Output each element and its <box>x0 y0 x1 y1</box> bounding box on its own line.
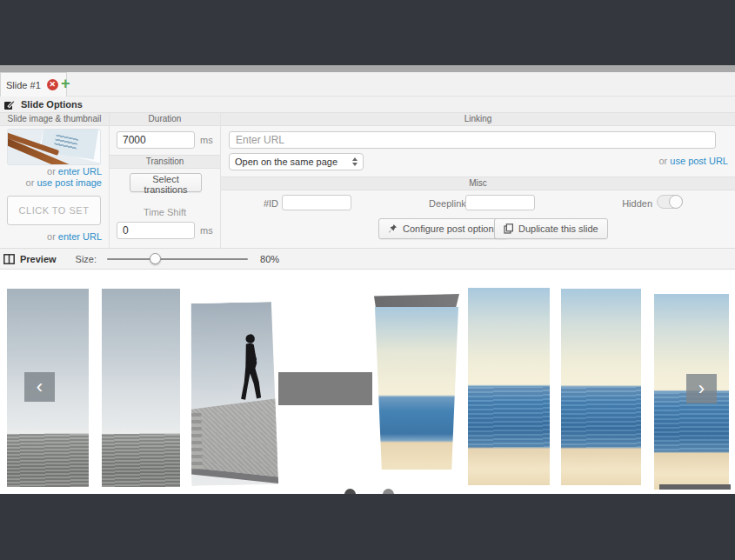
slide-options-header: Slide Options <box>0 97 735 112</box>
hidden-label: Hidden <box>621 198 652 209</box>
slider-track[interactable] <box>107 258 248 260</box>
duration-unit: ms <box>200 135 213 145</box>
businessman-silhouette <box>234 333 265 403</box>
concrete-block-steps <box>190 413 202 470</box>
thumbnail-click-to-set[interactable]: CLICK TO SET <box>7 196 101 225</box>
strip-top-face <box>374 294 459 308</box>
misc-buttons-row: Configure post options Duplicate this sl… <box>221 218 735 241</box>
image-section-header: Slide image & thumbnail <box>0 112 109 126</box>
slider-preview-canvas: ‹ › <box>0 270 735 494</box>
duplicate-icon <box>504 223 513 234</box>
id-input[interactable] <box>282 195 351 210</box>
use-post-image-link[interactable]: use post image <box>37 177 102 188</box>
time-shift-label: Time Shift <box>110 207 220 217</box>
strip-body <box>374 307 459 470</box>
time-shift-row: ms <box>117 222 213 239</box>
slide-strip-seascape-2 <box>102 289 180 487</box>
transition-section-header: Transition <box>110 155 220 169</box>
slider-plugin-window: Slide #1 ✕ + Slide Options Slide image &… <box>0 0 735 560</box>
time-shift-input[interactable] <box>117 222 195 239</box>
next-slide-arrow[interactable]: › <box>686 374 717 403</box>
slide-tabs-bar: Slide #1 ✕ + <box>0 72 735 97</box>
tab-label: Slide #1 <box>6 80 41 90</box>
hidden-toggle[interactable] <box>657 195 683 209</box>
duplicate-slide-button[interactable]: Duplicate this slide <box>494 218 608 239</box>
preview-slides-icon <box>3 254 15 264</box>
misc-section-header: Misc <box>221 177 735 190</box>
use-post-image-line: or use post image <box>26 177 102 188</box>
preview-toolbar: Preview Size: 80% <box>0 249 735 270</box>
deeplink-input[interactable] <box>465 195 535 210</box>
select-transitions-button[interactable]: Select transitions <box>130 173 202 192</box>
slide-strip-beach-2 <box>468 288 550 485</box>
edit-pencil-icon <box>3 98 16 110</box>
slide-editor: Slide #1 ✕ + Slide Options Slide image &… <box>0 72 735 494</box>
enter-url-line-2: or enter URL <box>47 231 102 242</box>
slide-strip-beach-3d <box>374 294 459 470</box>
tab-slide-1[interactable]: Slide #1 ✕ <box>0 72 67 97</box>
slide-thumbnail[interactable] <box>7 129 101 165</box>
id-label: #ID <box>252 198 278 209</box>
timing-column: Duration ms Transition Select transition… <box>110 112 221 249</box>
size-label: Size: <box>76 254 97 264</box>
size-value: 80% <box>260 254 279 264</box>
use-post-url-line: or use post URL <box>659 156 729 166</box>
preview-label: Preview <box>20 254 57 264</box>
enter-url-link-1[interactable]: enter URL <box>58 166 102 177</box>
enter-url-link-2[interactable]: enter URL <box>58 231 102 242</box>
slide-strip-businessman <box>188 302 278 486</box>
slide-options-title: Slide Options <box>21 99 83 110</box>
link-url-input[interactable] <box>229 131 716 149</box>
duration-row: ms <box>117 131 213 149</box>
link-target-select[interactable]: Open on the same page <box>229 153 364 170</box>
time-shift-unit: ms <box>200 225 213 236</box>
close-slide-icon[interactable]: ✕ <box>47 79 58 90</box>
slider-handle[interactable] <box>150 253 161 264</box>
bottom-chrome-bar <box>0 494 735 560</box>
duration-section-header: Duration <box>110 112 220 126</box>
preview-size-slider[interactable] <box>107 253 248 264</box>
duration-input[interactable] <box>117 131 195 149</box>
image-column: Slide image & thumbnail or enter URL or … <box>0 112 110 249</box>
select-updown-icon <box>352 157 357 166</box>
prev-slide-arrow[interactable]: ‹ <box>24 372 55 402</box>
deeplink-label: Deeplink <box>429 198 462 209</box>
top-chrome-bar <box>0 0 735 65</box>
pushpin-icon <box>388 223 398 234</box>
divider-strip <box>0 65 735 72</box>
linking-section-header: Linking <box>221 112 735 126</box>
enter-url-line-1: or enter URL <box>47 166 102 177</box>
linking-column: Linking Open on the same page or use pos… <box>221 112 735 249</box>
add-slide-button[interactable]: + <box>61 75 70 92</box>
options-panel: Slide image & thumbnail or enter URL or … <box>0 112 735 249</box>
toggle-knob <box>669 195 683 209</box>
transition-gray-panel <box>278 372 372 405</box>
configure-post-options-button[interactable]: Configure post options <box>378 218 508 239</box>
slide-strip-beach-3 <box>561 289 641 485</box>
use-post-url-link[interactable]: use post URL <box>670 156 728 166</box>
